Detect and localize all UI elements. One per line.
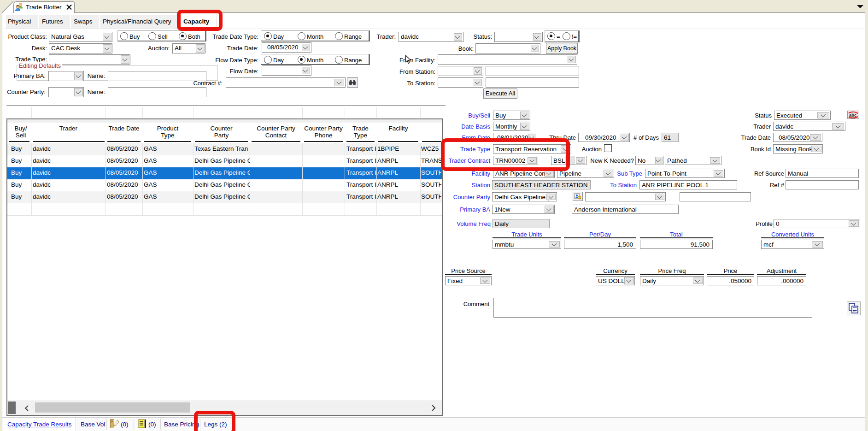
svg-text:abc: abc xyxy=(849,112,856,118)
